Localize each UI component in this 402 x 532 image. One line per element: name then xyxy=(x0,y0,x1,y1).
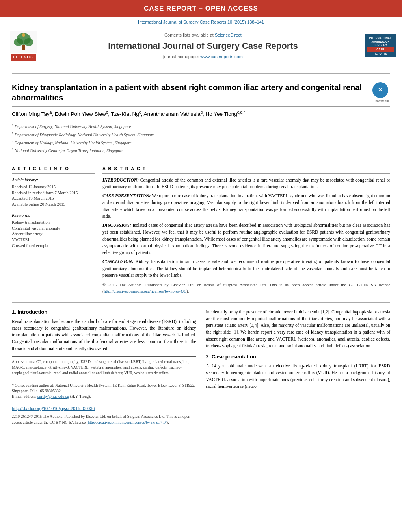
discussion-text: Isolated cases of congenital iliac arter… xyxy=(102,223,390,255)
corresponding-note: * Corresponding author at: National Univ… xyxy=(12,383,196,394)
case-body-text: A 24 year old male underwent an elective… xyxy=(206,363,391,390)
journal-header: ELSEVIER Contents lists available at Sci… xyxy=(0,27,402,65)
elsevier-logo: ELSEVIER xyxy=(6,31,41,61)
keyword-1: Kidney transplantation xyxy=(12,220,95,226)
separator-body xyxy=(12,302,390,303)
article-info-title: A R T I C L E I N F O xyxy=(12,166,95,173)
crossmark-icon: ✕ xyxy=(372,82,388,98)
body-right-column: incidentally or by the presence of chron… xyxy=(206,309,391,426)
available-date: Available online 20 March 2015 xyxy=(12,202,95,208)
body-content: 1. Introduction Renal transplantation ha… xyxy=(12,307,390,428)
main-content: Kidney transplantation in a patient with… xyxy=(0,65,402,431)
article-info-column: A R T I C L E I N F O Article history: R… xyxy=(12,166,95,294)
crossmark-label: CrossMark xyxy=(372,99,390,103)
abbreviations-note: Abbreviations: CT, computed tomography; … xyxy=(12,359,196,376)
journal-name: International Journal of Surgery Case Re… xyxy=(47,40,359,52)
email-link[interactable]: surthy@nus.edu.sg xyxy=(37,394,69,399)
svg-point-3 xyxy=(24,38,34,46)
elsevier-tree-icon xyxy=(10,31,37,53)
keywords-label: Keywords: xyxy=(12,212,95,218)
intro-text: Congenital atresia of the common and ext… xyxy=(102,178,390,189)
svg-point-5 xyxy=(22,33,25,37)
received-date: Received 12 January 2015 xyxy=(12,184,95,190)
keyword-5: Crossed fused ectopia xyxy=(12,243,95,249)
journal-homepage: journal homepage: www.casereports.com xyxy=(47,54,359,60)
footnotes-section: Abbreviations: CT, computed tomography; … xyxy=(12,356,196,400)
conclusion-text: Kidney transplantation in such cases is … xyxy=(102,259,390,278)
email-note: E-mail address: surthy@nus.edu.sg (H.Y. … xyxy=(12,394,196,400)
elsevier-label: ELSEVIER xyxy=(11,54,36,61)
abstract-text: INTRODUCTION: Congenital atresia of the … xyxy=(102,177,390,295)
sciencedirect-link[interactable]: ScienceDirect xyxy=(215,33,242,37)
footer-copyright: 2210-2612/© 2015 The Authors. Published … xyxy=(12,413,196,425)
authors-line: Clifton Ming Taya, Edwin Poh Yiew Siewb,… xyxy=(12,111,245,117)
article-info-abstract: A R T I C L E I N F O Article history: R… xyxy=(12,162,390,298)
authors-section: Clifton Ming Taya, Edwin Poh Yiew Siewb,… xyxy=(12,107,390,120)
intro-body-text-right: incidentally or by the presence of chron… xyxy=(206,309,391,350)
article-title: Kidney transplantation in a patient with… xyxy=(12,82,367,103)
crossmark-logo: ✕ CrossMark xyxy=(372,82,390,103)
intro-heading: 1. Introduction xyxy=(12,309,196,316)
separator-article xyxy=(12,158,390,158)
article-history-label: Article history: xyxy=(12,177,95,183)
svg-rect-4 xyxy=(22,45,25,50)
case-report-banner: CASE REPORT – OPEN ACCESS xyxy=(0,0,402,17)
article-title-section: Kidney transplantation in a patient with… xyxy=(12,78,390,107)
case-label: CASE PRESENTATION: xyxy=(102,193,151,198)
contents-available: Contents lists available at ScienceDirec… xyxy=(47,32,359,39)
revised-date: Received in revised form 7 March 2015 xyxy=(12,190,95,196)
body-left-column: 1. Introduction Renal transplantation ha… xyxy=(12,309,196,426)
intro-body-text-left: Renal transplantation has become the sta… xyxy=(12,318,196,352)
separator-top xyxy=(12,73,390,74)
keyword-2: Congenital vascular anomaly xyxy=(12,226,95,232)
journal-title-area: Contents lists available at ScienceDirec… xyxy=(47,32,359,60)
footer-license-link[interactable]: http://creativecommons.org/licenses/by-n… xyxy=(88,420,167,424)
journal-reference: International Journal of Surgery Case Re… xyxy=(0,17,402,27)
keywords-section: Keywords: Kidney transplantation Congeni… xyxy=(12,212,95,249)
case-reports-logo: INTERNATIONAL JOURNAL OF SURGERY CASE RE… xyxy=(365,34,396,57)
copyright-link[interactable]: http://creativecommons.org/licenses/by-n… xyxy=(104,289,187,293)
keyword-4: VACTERL xyxy=(12,237,95,243)
abstract-column: A B S T R A C T INTRODUCTION: Congenital… xyxy=(102,166,390,294)
conclusion-label: CONCLUSION: xyxy=(102,259,134,264)
intro-label: INTRODUCTION: xyxy=(102,178,139,182)
case-heading: 2. Case presentation xyxy=(206,353,391,360)
abstract-copyright: © 2015 The Authors. Published by Elsevie… xyxy=(102,282,390,295)
case-reports-logo-text: INTERNATIONAL JOURNAL OF SURGERY CASE RE… xyxy=(367,36,394,56)
keyword-3: Absent iliac artery xyxy=(12,231,95,237)
discussion-label: DISCUSSION: xyxy=(102,223,131,228)
doi-footer: http://dx.doi.org/10.1016/j.ijscr.2015.0… xyxy=(12,403,196,425)
abstract-title: A B S T R A C T xyxy=(102,166,390,173)
doi-link[interactable]: http://dx.doi.org/10.1016/j.ijscr.2015.0… xyxy=(12,406,95,411)
svg-point-2 xyxy=(14,38,23,46)
homepage-link[interactable]: www.casereports.com xyxy=(200,54,243,59)
accepted-date: Accepted 19 March 2015 xyxy=(12,196,95,202)
affiliations: a Department of Surgery, National Univer… xyxy=(12,122,390,154)
